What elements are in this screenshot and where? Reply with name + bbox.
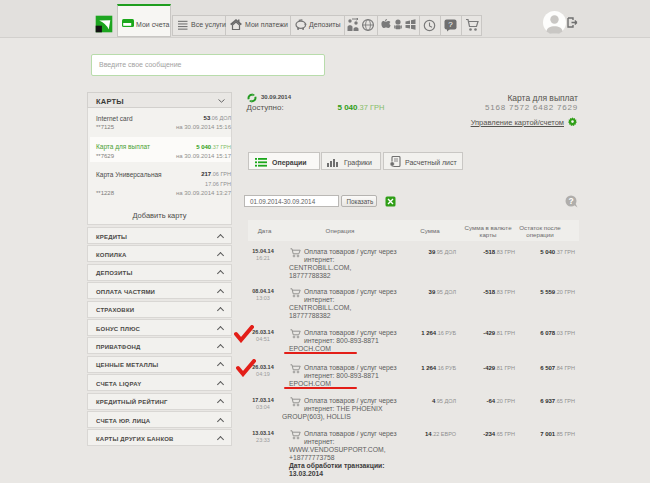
svg-text:?: ? [448, 20, 453, 29]
svg-text:?: ? [568, 196, 573, 206]
